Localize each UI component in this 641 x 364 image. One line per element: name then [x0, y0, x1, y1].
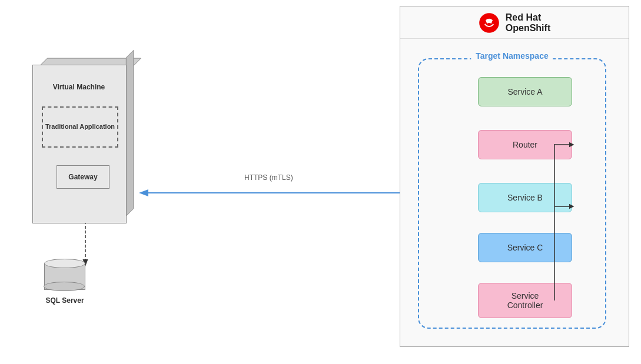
service-a-box: Service A — [478, 77, 572, 106]
service-controller-box: ServiceController — [478, 283, 572, 318]
service-a-label: Service A — [507, 87, 542, 96]
sql-server-container: SQL Server — [44, 259, 85, 306]
service-b-box: Service B — [478, 183, 572, 212]
virtual-machine-container: Virtual Machine Traditional Application … — [32, 53, 150, 241]
gateway-box: Gateway — [57, 165, 109, 189]
vm-front-face: Virtual Machine Traditional Application … — [32, 65, 127, 223]
service-b-label: Service B — [507, 193, 543, 202]
https-label: HTTPS (mTLS) — [244, 173, 293, 182]
service-c-box: Service C — [478, 233, 572, 262]
vm-3d-box: Virtual Machine Traditional Application … — [32, 53, 135, 223]
openshift-title: Red Hat OpenShift — [506, 12, 550, 34]
redhat-logo — [479, 12, 500, 34]
traditional-app-label: Traditional Application — [45, 122, 115, 131]
openshift-header: Red Hat OpenShift — [400, 6, 629, 39]
cyl-top — [44, 259, 85, 268]
openshift-panel: Red Hat OpenShift Target Namespace Servi… — [400, 6, 629, 347]
cyl-bottom-ellipse — [44, 282, 85, 291]
service-controller-label: ServiceController — [507, 291, 543, 310]
router-box: Router — [478, 130, 572, 159]
vm-label: Virtual Machine — [38, 83, 120, 92]
sql-label: SQL Server — [45, 296, 84, 306]
vm-side-face — [126, 50, 134, 216]
traditional-app-box: Traditional Application — [42, 106, 118, 148]
namespace-box: Target Namespace Service A Router Servic… — [418, 58, 606, 329]
sql-cylinder — [44, 259, 85, 291]
diagram: Virtual Machine Traditional Application … — [0, 0, 641, 364]
gateway-label: Gateway — [68, 173, 97, 181]
router-label: Router — [513, 140, 537, 149]
namespace-label: Target Namespace — [471, 51, 553, 61]
service-c-label: Service C — [507, 243, 543, 252]
